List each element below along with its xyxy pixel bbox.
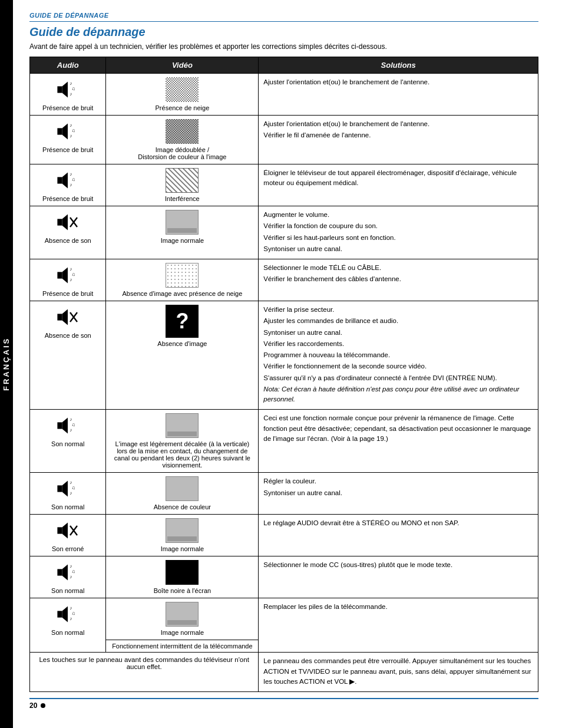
noise-icon xyxy=(166,77,199,102)
table-row: ♪ ♫ ♪ Présence de bruit Présence de neig… xyxy=(30,74,538,116)
video-label: Image normale xyxy=(161,629,204,636)
svg-rect-28 xyxy=(58,423,62,429)
image-no-color-icon xyxy=(166,476,199,501)
audio-label: Présence de bruit xyxy=(42,104,93,111)
svg-rect-15 xyxy=(58,219,62,225)
audio-cell: Son erroné xyxy=(35,518,101,552)
table-row: ♪ ♫ ♪ Son normal Boîte noire à l'écran S… xyxy=(30,556,538,598)
svg-text:♪: ♪ xyxy=(70,427,72,433)
svg-marker-34 xyxy=(62,481,68,497)
header-audio: Audio xyxy=(30,57,106,74)
svg-text:♫: ♫ xyxy=(72,422,75,427)
svg-text:♫: ♫ xyxy=(72,569,75,574)
svg-marker-29 xyxy=(62,418,68,434)
solutions-text: Vérifier la prise secteur. Ajuster les c… xyxy=(263,305,533,404)
page-title: Guide de dépannage xyxy=(29,25,538,39)
audio-cell: ♪ ♫ ♪ Présence de bruit xyxy=(35,77,101,111)
table-row: Absence de son ? Absence d'image Vérifie… xyxy=(30,301,538,410)
sound-bruit-icon: ♪ ♫ ♪ xyxy=(54,263,82,288)
svg-text:♪: ♪ xyxy=(70,616,72,621)
svg-text:♫: ♫ xyxy=(72,86,75,91)
audio-label: Son normal xyxy=(51,503,84,510)
page-footer: 20 xyxy=(29,698,538,710)
video-sublabel: Fonctionnement intermittent de la téléco… xyxy=(106,640,258,652)
svg-text:♪: ♪ xyxy=(70,172,72,177)
svg-marker-6 xyxy=(62,123,68,139)
audio-label: Son normal xyxy=(51,587,84,594)
svg-marker-43 xyxy=(62,565,68,581)
sound-bruit-icon: ♪ ♫ ♪ xyxy=(54,77,82,102)
svg-rect-19 xyxy=(58,272,62,278)
video-label: Absence d'image xyxy=(157,340,207,347)
video-cell: Image normale xyxy=(106,598,258,640)
audio-label: Présence de bruit xyxy=(42,290,93,297)
sound-normal-icon: ♪ ♫ ♪ xyxy=(54,602,82,627)
svg-text:♫: ♫ xyxy=(72,128,75,133)
svg-text:♪: ♪ xyxy=(70,123,72,128)
image-normal-icon xyxy=(166,602,199,627)
sound-bruit-icon: ♪ ♫ ♪ xyxy=(54,168,82,193)
svg-text:♪: ♪ xyxy=(70,91,72,97)
intro-text: Avant de faire appel à un technicien, vé… xyxy=(29,42,538,51)
solutions-text: Sélectionner le mode TÉLÉ ou CÂBLE. Véri… xyxy=(263,263,533,285)
svg-text:♫: ♫ xyxy=(72,485,75,490)
audio-label: Absence de son xyxy=(45,237,91,244)
audio-cell: ♪ ♫ ♪ Présence de bruit xyxy=(35,263,101,297)
breadcrumb: Guide de dépannage xyxy=(29,12,538,22)
svg-text:♫: ♫ xyxy=(72,177,75,182)
page-number: 20 xyxy=(29,701,37,710)
video-cell: Image normale xyxy=(111,518,253,552)
svg-rect-0 xyxy=(58,86,62,93)
solutions-text: Le réglage AUDIO devrait être à STÉRÉO o… xyxy=(263,518,533,528)
video-cell: Absence d'image avec présence de neige xyxy=(111,263,253,297)
svg-text:♪: ♪ xyxy=(70,490,72,496)
solutions-text: Éloigner le téléviseur de tout appareil … xyxy=(263,168,533,189)
svg-marker-11 xyxy=(62,172,68,188)
question-icon: ? xyxy=(166,305,199,338)
video-cell: Image normale xyxy=(111,210,253,244)
dotted-icon xyxy=(166,263,199,288)
table-row: Son erroné Image normale Le réglage AUDI… xyxy=(30,515,538,556)
svg-text:♫: ♫ xyxy=(72,272,75,277)
svg-text:♪: ♪ xyxy=(70,182,72,187)
table-row: ♪ ♫ ♪ Son normal L'image est légèrement … xyxy=(30,410,538,473)
audio-cell: ♪ ♫ ♪ Son normal xyxy=(35,476,101,510)
footer-bullet xyxy=(41,703,45,708)
sound-normal-icon: ♪ ♫ ♪ xyxy=(54,413,82,438)
audio-cell: ♪ ♫ ♪ Présence de bruit xyxy=(35,119,101,153)
svg-text:♪: ♪ xyxy=(70,266,72,272)
solutions-text: Remplacer les piles de la télécommande. xyxy=(263,602,533,612)
svg-marker-16 xyxy=(62,214,68,230)
table-row: ♪ ♫ ♪ Son normal Absence de couleur Régl… xyxy=(30,473,538,515)
sound-absent-icon xyxy=(54,305,82,330)
svg-marker-48 xyxy=(62,607,68,622)
svg-rect-24 xyxy=(58,314,62,320)
svg-text:♪: ♪ xyxy=(70,564,72,569)
svg-marker-25 xyxy=(62,309,68,325)
svg-text:♪: ♪ xyxy=(70,277,72,282)
audio-label: Son normal xyxy=(51,629,84,636)
table-row: ♪ ♫ ♪ Présence de bruit Absence d'image … xyxy=(30,259,538,301)
video-label: L'image est légèrement décalée (à la ver… xyxy=(111,440,253,469)
audio-cell: Absence de son xyxy=(35,210,101,244)
interference-icon xyxy=(166,168,199,193)
video-cell: ? Absence d'image xyxy=(111,305,253,347)
video-cell: Présence de neige xyxy=(111,77,253,111)
video-label: Image normale xyxy=(161,237,204,244)
solutions-text-last: Le panneau des commandes peut être verro… xyxy=(263,656,533,687)
video-label: Image dédoublée /Distorsion de couleur à… xyxy=(138,146,226,160)
image-normal-icon xyxy=(166,413,199,438)
svg-text:♪: ♪ xyxy=(70,133,72,139)
solutions-text: Ceci est une fonction normale conçue pou… xyxy=(263,413,533,444)
svg-text:♪: ♪ xyxy=(70,574,72,579)
audio-label: Présence de bruit xyxy=(42,195,93,202)
image-normal-icon xyxy=(166,518,199,543)
audio-cell: ♪ ♫ ♪ Son normal xyxy=(35,413,101,447)
video-cell: Boîte noire à l'écran xyxy=(111,560,253,594)
audio-label: Son erroné xyxy=(52,545,84,552)
audio-cell: ♪ ♫ ♪ Son normal xyxy=(35,560,101,594)
audio-label: Son normal xyxy=(51,440,84,447)
audio-cell: Absence de son xyxy=(35,305,101,339)
solutions-text: Sélectionner le mode CC (sous-titres) pl… xyxy=(263,560,533,570)
video-cell: L'image est légèrement décalée (à la ver… xyxy=(111,413,253,469)
